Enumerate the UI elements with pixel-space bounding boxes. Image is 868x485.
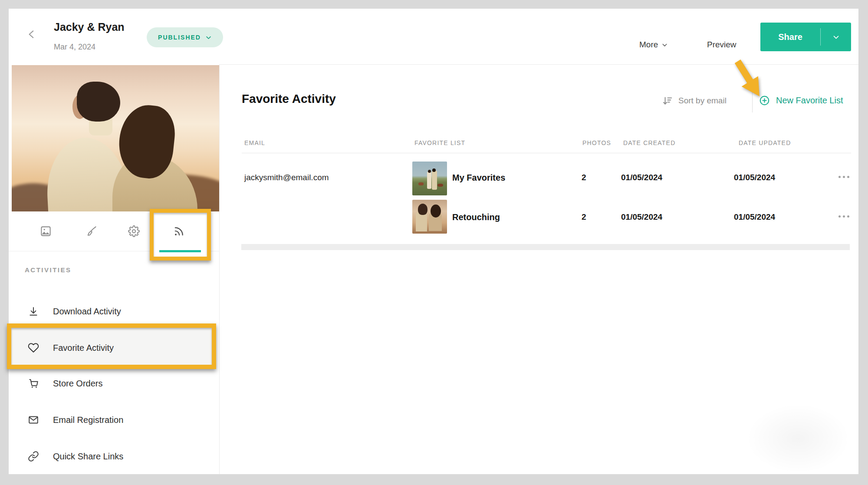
heart-icon	[28, 342, 39, 353]
gallery-date: Mar 4, 2024	[54, 43, 95, 52]
sidebar-item-favorite-activity[interactable]: Favorite Activity	[9, 333, 219, 362]
active-tab-underline	[159, 250, 201, 252]
bottom-right-shadow	[746, 404, 850, 473]
gear-icon	[128, 225, 140, 237]
sidebar-item-label: Favorite Activity	[53, 343, 114, 353]
favorite-list-thumbnail[interactable]	[412, 162, 447, 195]
sidebar: ACTIVITIES Download Activity Favorite Ac…	[9, 64, 220, 474]
photos-count: 2	[582, 173, 586, 182]
activities-section-label: ACTIVITIES	[25, 266, 72, 274]
thumb-person-head	[418, 204, 427, 215]
envelope-icon	[28, 414, 39, 426]
top-header: Jacky & Ryan Mar 4, 2024 PUBLISHED More …	[9, 9, 858, 65]
table-row-email: jackysmith@email.com	[244, 173, 329, 182]
screenshot-stage: Jacky & Ryan Mar 4, 2024 PUBLISHED More …	[0, 0, 868, 485]
sort-by-email-control[interactable]: Sort by email	[662, 95, 727, 106]
date-created: 01/05/2024	[621, 173, 662, 182]
table-header-divider	[242, 153, 851, 153]
brush-icon	[85, 225, 97, 237]
tab-design[interactable]	[81, 221, 101, 241]
photos-count: 2	[582, 212, 586, 222]
cart-icon	[28, 378, 39, 389]
sidebar-item-label: Quick Share Links	[53, 452, 123, 462]
published-label: PUBLISHED	[158, 34, 201, 41]
tab-settings[interactable]	[124, 221, 144, 241]
sidebar-item-label: Store Orders	[53, 379, 102, 389]
thumb-person-head	[431, 205, 441, 218]
published-status-badge[interactable]: PUBLISHED	[147, 27, 223, 47]
preview-button[interactable]: Preview	[707, 40, 736, 49]
column-header-date-created: DATE CREATED	[623, 139, 675, 146]
column-header-photos: PHOTOS	[582, 139, 611, 146]
tab-photos[interactable]	[36, 221, 56, 241]
favorite-list-thumbnail[interactable]	[412, 200, 447, 234]
thumb-person-head	[428, 170, 431, 173]
image-icon	[40, 225, 52, 237]
tab-activity-highlighted[interactable]	[169, 221, 189, 241]
rss-icon	[173, 225, 185, 237]
gallery-title: Jacky & Ryan	[54, 21, 125, 33]
thumb-person	[432, 171, 437, 190]
row-actions-ellipsis-icon[interactable]	[838, 215, 849, 218]
page-title: Favorite Activity	[242, 92, 336, 106]
favorite-list-name[interactable]: Retouching	[452, 212, 500, 222]
download-icon	[28, 306, 39, 317]
date-updated: 01/05/2024	[734, 173, 775, 182]
back-chevron-icon[interactable]	[26, 29, 37, 40]
thumb-person	[427, 172, 431, 189]
table-bottom-scroll-track[interactable]	[241, 244, 850, 250]
row-actions-ellipsis-icon[interactable]	[838, 176, 849, 178]
column-header-date-updated: DATE UPDATED	[739, 139, 791, 146]
chevron-down-icon	[205, 34, 212, 41]
sidebar-item-label: Email Registration	[53, 415, 123, 425]
preview-label: Preview	[707, 40, 736, 49]
more-label: More	[639, 40, 658, 49]
sidebar-item-quick-share-links[interactable]: Quick Share Links	[9, 442, 219, 471]
chevron-down-icon	[661, 42, 668, 48]
sidebar-item-email-registration[interactable]: Email Registration	[9, 406, 219, 434]
cover-person1-hair	[77, 82, 120, 122]
app-window: Jacky & Ryan Mar 4, 2024 PUBLISHED More …	[9, 9, 858, 474]
column-header-favorite-list: FAVORITE LIST	[414, 139, 465, 146]
new-favorite-list-label: New Favorite List	[776, 96, 843, 106]
sort-label: Sort by email	[678, 96, 727, 106]
column-header-email: EMAIL	[244, 139, 265, 146]
thumb-cow	[437, 184, 443, 187]
new-favorite-list-button[interactable]: New Favorite List	[759, 95, 843, 106]
sort-descending-icon	[662, 95, 673, 106]
cover-photo	[12, 65, 219, 211]
link-icon	[28, 451, 39, 462]
thumb-person-head	[432, 168, 436, 172]
more-button[interactable]: More	[639, 40, 668, 49]
annotation-arrow	[729, 57, 768, 101]
share-dropdown-chevron-icon[interactable]	[821, 33, 851, 41]
sidebar-item-label: Download Activity	[53, 307, 121, 317]
date-created: 01/05/2024	[621, 212, 662, 222]
share-label: Share	[760, 32, 820, 42]
share-button[interactable]: Share	[760, 23, 851, 51]
date-updated: 01/05/2024	[734, 212, 775, 222]
favorite-list-name[interactable]: My Favorites	[452, 173, 505, 183]
thumb-cow	[418, 182, 424, 185]
sidebar-item-download-activity[interactable]: Download Activity	[9, 297, 219, 326]
sidebar-item-store-orders[interactable]: Store Orders	[9, 369, 219, 398]
